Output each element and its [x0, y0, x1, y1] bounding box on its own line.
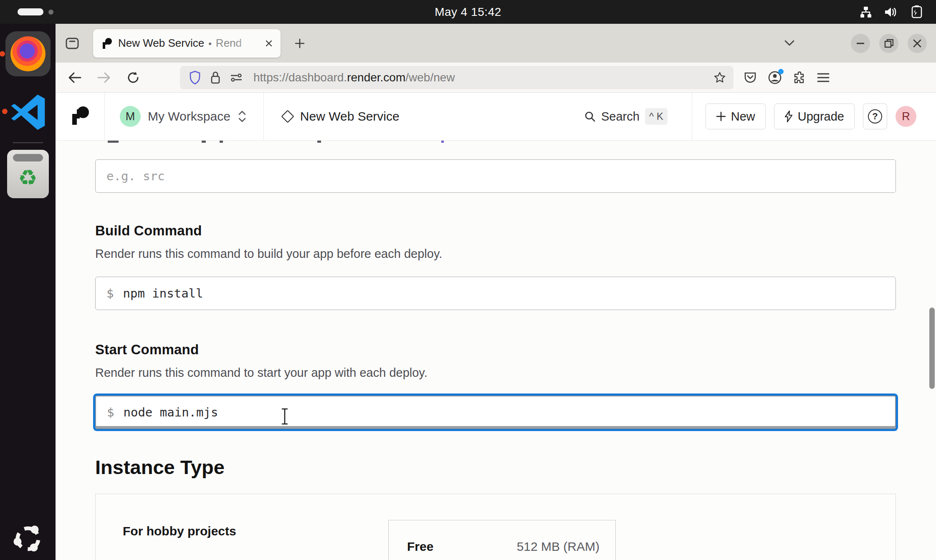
recycle-icon: ♻	[18, 165, 38, 190]
shell-prompt: $	[106, 286, 114, 300]
new-button[interactable]: New	[706, 103, 766, 129]
new-tab-button[interactable]	[290, 33, 310, 53]
build-command-description: Render runs this command to build your a…	[95, 247, 896, 261]
dock-item-vscode[interactable]	[8, 91, 48, 131]
volume-icon	[883, 5, 898, 19]
instance-type-heading: Instance Type	[95, 456, 896, 479]
list-all-tabs-chevron-icon[interactable]	[783, 39, 796, 48]
workspace-avatar: M	[120, 106, 141, 127]
navigation-toolbar: https://dashboard.render.com/web/new	[56, 63, 936, 93]
trash-lid	[13, 154, 43, 161]
desktop: May 4 15:42	[0, 0, 936, 560]
lightning-icon	[784, 111, 793, 122]
tracking-protection-shield-icon[interactable]	[189, 71, 201, 85]
tab-title-fade	[235, 32, 262, 55]
system-tray[interactable]	[859, 0, 924, 24]
back-button[interactable]	[65, 68, 85, 88]
clipped-text-remnant	[108, 141, 119, 143]
page-title: New Web Service	[300, 109, 400, 124]
close-window-button[interactable]	[908, 34, 927, 53]
search-button[interactable]: Search ^ K	[584, 108, 692, 125]
help-button[interactable]: ?	[863, 103, 887, 129]
workspace-name: My Workspace	[148, 109, 230, 124]
service-diamond-icon	[281, 110, 294, 123]
start-command-description: Render runs this command to start your a…	[95, 366, 896, 380]
clipped-text-remnant	[441, 141, 444, 143]
restore-button[interactable]	[879, 34, 898, 53]
clipped-text-remnant	[202, 141, 206, 143]
dock-item-trash[interactable]: ♻	[7, 150, 49, 198]
plan-name: Free	[407, 540, 433, 554]
browser-window: New Web Service•Rend	[56, 24, 936, 560]
hobby-projects-label: For hobby projects	[123, 524, 236, 538]
account-icon[interactable]	[768, 71, 782, 85]
firefox-running-indicator	[0, 51, 5, 57]
new-web-service-form: Build Command Render runs this command t…	[56, 141, 936, 560]
clipped-text-remnant	[317, 141, 321, 143]
dock-item-firefox[interactable]	[5, 31, 51, 76]
battery-icon	[908, 5, 924, 19]
start-command-text-field[interactable]	[123, 405, 884, 419]
text-cursor	[279, 407, 290, 426]
firefox-view-button[interactable]	[62, 33, 82, 53]
clipped-text-remnant	[220, 141, 223, 143]
vscode-icon	[8, 91, 48, 131]
start-command-input[interactable]: $	[95, 396, 896, 429]
lock-icon[interactable]	[210, 71, 221, 85]
show-apps-button[interactable]	[0, 522, 56, 556]
network-icon	[859, 5, 873, 19]
forward-button[interactable]	[94, 68, 114, 88]
search-shortcut-badge: ^ K	[645, 108, 668, 125]
menu-hamburger-icon[interactable]	[817, 73, 830, 83]
dock-divider	[13, 142, 43, 143]
user-avatar[interactable]: R	[896, 106, 916, 127]
url-text[interactable]: https://dashboard.render.com/web/new	[253, 71, 713, 84]
tab-strip: New Web Service•Rend	[56, 24, 936, 63]
clock[interactable]: May 4 15:42	[0, 5, 936, 19]
root-directory-input[interactable]	[95, 159, 896, 193]
firefox-icon	[10, 36, 46, 71]
root-directory-text-field[interactable]	[106, 169, 885, 183]
search-icon	[584, 111, 596, 122]
render-favicon	[101, 38, 112, 49]
tab-close-icon[interactable]	[264, 38, 274, 48]
account-notification-dot	[778, 69, 784, 74]
minimize-button[interactable]	[851, 34, 870, 53]
build-command-input[interactable]: $	[95, 277, 896, 310]
plan-ram: 512 MB (RAM)	[517, 540, 600, 554]
instance-type-card: For hobby projects Free 512 MB (RAM)	[95, 494, 896, 560]
permissions-icon[interactable]	[230, 72, 243, 83]
breadcrumb: New Web Service	[264, 93, 400, 140]
build-command-text-field[interactable]	[123, 286, 885, 300]
shell-prompt: $	[107, 405, 114, 419]
render-logo[interactable]	[56, 93, 105, 140]
render-app-header: M My Workspace New Web Service Search ^ …	[56, 93, 936, 141]
workspace-selector[interactable]: M My Workspace	[105, 93, 264, 140]
vscode-running-indicator	[2, 109, 8, 114]
upgrade-button[interactable]: Upgrade	[774, 103, 855, 129]
build-command-heading: Build Command	[95, 223, 896, 239]
system-top-bar: May 4 15:42	[0, 0, 936, 24]
dock: ♻	[0, 24, 56, 560]
plus-icon	[716, 111, 726, 121]
url-bar[interactable]: https://dashboard.render.com/web/new	[180, 66, 734, 89]
free-plan-option[interactable]: Free 512 MB (RAM)	[388, 520, 616, 560]
pocket-icon[interactable]	[744, 71, 757, 84]
start-command-heading: Start Command	[95, 342, 896, 358]
bookmark-star-icon[interactable]	[713, 71, 726, 84]
extensions-puzzle-icon[interactable]	[793, 71, 806, 84]
question-mark-icon: ?	[868, 109, 882, 124]
active-tab[interactable]: New Web Service•Rend	[93, 29, 281, 58]
unfold-chevrons-icon	[238, 109, 247, 124]
page-scrollbar[interactable]	[929, 308, 935, 389]
reload-button[interactable]	[123, 68, 143, 88]
ubuntu-logo-icon	[11, 522, 45, 556]
